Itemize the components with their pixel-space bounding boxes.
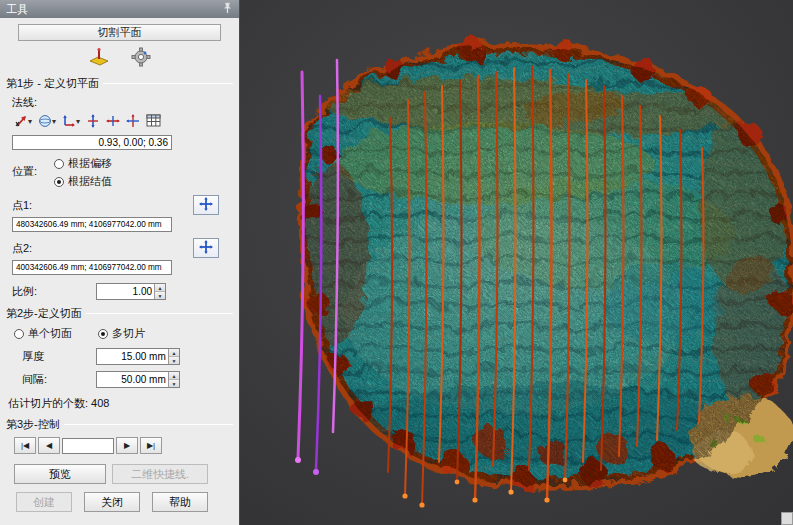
radio-by-value[interactable]: 根据结值: [54, 174, 112, 189]
resize-grip[interactable]: [781, 512, 793, 525]
spinner-down-icon[interactable]: ▼: [169, 380, 179, 387]
radio-multi-slice[interactable]: 多切片: [98, 326, 145, 341]
cut-plane-icon: [88, 47, 110, 70]
normal-value-field[interactable]: [12, 135, 172, 150]
normal-sphere-button[interactable]: ▾: [36, 113, 58, 131]
tool-panel: 工具 切割平面 第1步 - 定义: [0, 0, 240, 525]
normal-fit-button[interactable]: ▾: [60, 113, 82, 131]
position-label: 位置:: [12, 156, 54, 179]
first-slice-button[interactable]: |◀: [14, 437, 36, 454]
pin-icon[interactable]: [222, 2, 233, 16]
settings-tool-button[interactable]: [128, 46, 154, 70]
step1-header: 第1步 - 定义切平面: [6, 76, 233, 91]
step3-header: 第3步-控制: [6, 417, 233, 432]
panel-title: 工具: [6, 2, 28, 17]
spacing-input[interactable]: [97, 372, 168, 387]
point1-label: 点1:: [12, 198, 32, 213]
chevron-down-icon: ▾: [28, 118, 32, 126]
spinner-down-icon[interactable]: ▼: [155, 292, 165, 299]
spinner-down-icon[interactable]: ▼: [169, 357, 179, 364]
chevron-down-icon: ▾: [52, 118, 56, 126]
radio-circle: [54, 159, 64, 169]
move-cross-icon: [126, 114, 140, 131]
thickness-label: 厚度: [22, 349, 96, 364]
radio-circle: [14, 329, 24, 339]
cross-arrows-icon: [86, 114, 100, 131]
step2-header: 第2步-定义切面: [6, 306, 233, 321]
radio-multi-label: 多切片: [112, 326, 145, 341]
axis-arrow-icon: [14, 114, 28, 131]
thickness-input[interactable]: [97, 349, 168, 364]
point2-pick-button[interactable]: [193, 238, 219, 258]
radio-circle: [98, 329, 108, 339]
radio-circle: [54, 177, 64, 187]
axes-icon: [62, 114, 76, 131]
help-button[interactable]: 帮助: [152, 492, 208, 512]
scale-label: 比例:: [12, 284, 96, 299]
pick-cross-icon: [199, 240, 213, 257]
spinner-up-icon[interactable]: ▲: [169, 349, 179, 357]
section-header-cut-plane[interactable]: 切割平面: [18, 24, 221, 41]
normal-toolbar: ▾ ▾ ▾: [12, 113, 233, 131]
radio-by-offset-label: 根据偏移: [68, 156, 112, 171]
preview-button[interactable]: 预览: [14, 464, 106, 484]
slice-estimate-text: 估计切片的个数: 408: [8, 396, 109, 411]
spinner-up-icon[interactable]: ▲: [169, 372, 179, 380]
horizontal-arrows-icon: [106, 114, 120, 131]
pick-cross-icon: [199, 197, 213, 214]
spacing-spinner: ▲ ▼: [96, 371, 180, 388]
normal-axis-button[interactable]: ▾: [12, 113, 34, 131]
panel-titlebar: 工具: [0, 0, 239, 18]
create-button[interactable]: 创建: [16, 492, 72, 512]
slice-transport-controls: |◀ ◀ ▶ ▶|: [14, 437, 233, 454]
prev-slice-button[interactable]: ◀: [38, 437, 60, 454]
point2-value-field[interactable]: [12, 260, 172, 275]
viewport-3d[interactable]: [240, 0, 793, 525]
step1-title: 第1步 - 定义切平面: [6, 76, 99, 91]
step3-title: 第3步-控制: [6, 417, 60, 432]
normal-flip-button[interactable]: [84, 113, 102, 131]
gear-icon: [131, 47, 151, 70]
normal-align-h-button[interactable]: [104, 113, 122, 131]
radio-single-label: 单个切面: [28, 326, 72, 341]
sphere-icon: [38, 114, 52, 131]
slice-position-field[interactable]: [62, 438, 114, 454]
point2-label: 点2:: [12, 241, 32, 256]
radio-by-offset[interactable]: 根据偏移: [54, 156, 112, 171]
scale-spinner: ▲ ▼: [96, 283, 166, 300]
scale-input[interactable]: [97, 284, 154, 299]
step2-title: 第2步-定义切面: [6, 306, 82, 321]
close-button[interactable]: 关闭: [84, 492, 140, 512]
point1-value-field[interactable]: [12, 217, 172, 232]
application-window: 工具 切割平面 第1步 - 定义: [0, 0, 793, 525]
point1-pick-button[interactable]: [193, 195, 219, 215]
spinner-up-icon[interactable]: ▲: [155, 284, 165, 292]
thickness-spinner: ▲ ▼: [96, 348, 180, 365]
radio-by-value-label: 根据结值: [68, 174, 112, 189]
grid-icon: [146, 114, 161, 130]
normal-align-v-button[interactable]: [124, 113, 142, 131]
radio-single-section[interactable]: 单个切面: [14, 326, 72, 341]
shortcut-2d-button[interactable]: 二维快捷线.: [112, 464, 208, 484]
normal-label: 法线:: [12, 95, 37, 110]
chevron-down-icon: ▾: [76, 118, 80, 126]
cut-plane-tool-button[interactable]: [86, 46, 112, 70]
last-slice-button[interactable]: ▶|: [140, 437, 162, 454]
pointcloud-canvas[interactable]: [240, 0, 793, 525]
next-slice-button[interactable]: ▶: [116, 437, 138, 454]
spacing-label: 间隔:: [22, 372, 96, 387]
normal-table-button[interactable]: [144, 113, 163, 131]
